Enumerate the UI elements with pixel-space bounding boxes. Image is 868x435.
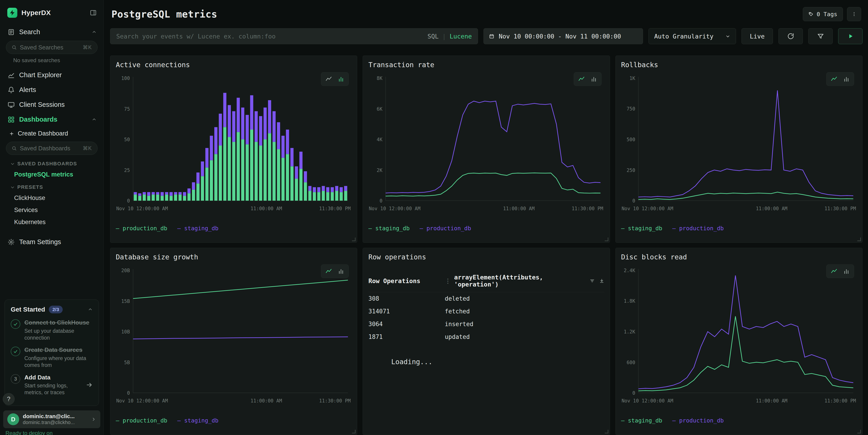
column-resize-handle[interactable]: ⋮	[445, 277, 451, 285]
panel-resize-handle[interactable]	[857, 430, 861, 433]
legend-item-staging_db[interactable]: — staging_db	[621, 417, 662, 424]
cell-operation: inserted	[445, 321, 604, 328]
saved-searches-input[interactable]	[20, 44, 80, 51]
sidebar-item-alerts[interactable]: Alerts	[0, 82, 103, 97]
chart-legend: — staging_db— production_db	[621, 225, 857, 232]
dashboard-grid: Active connections 0255075100Nov 10 12:0…	[110, 56, 863, 435]
chart-canvas[interactable]: 02K4K6K8KNov 10 12:00:00 AM11:00:00 AM11…	[368, 73, 604, 214]
chart-canvas[interactable]: 0255075100Nov 10 12:00:00 AM11:00:00 AM1…	[116, 73, 351, 214]
refresh-button[interactable]	[778, 28, 803, 44]
table-row[interactable]: 314071fetched	[368, 305, 604, 318]
sidebar-item-client-sessions[interactable]: Client Sessions	[0, 97, 103, 112]
saved-searches-search[interactable]: ⌘K	[6, 41, 98, 54]
bar-chart-toggle-button[interactable]	[336, 267, 346, 275]
time-range-picker[interactable]	[484, 28, 643, 44]
sort-filter-icon[interactable]	[590, 278, 595, 283]
chart-canvas[interactable]: 02505007501KNov 10 12:00:00 AM11:00:00 A…	[621, 73, 857, 214]
svg-text:0: 0	[632, 198, 635, 204]
legend-item-staging_db[interactable]: — staging_db	[177, 225, 219, 232]
bar-chart-toggle-button[interactable]	[336, 75, 346, 83]
chevron-up-icon[interactable]	[88, 307, 93, 312]
download-icon[interactable]	[599, 278, 604, 283]
search-icon	[11, 45, 17, 50]
presets-group-header[interactable]: PRESETS	[0, 180, 103, 192]
svg-text:11:30:00 PM: 11:30:00 PM	[825, 206, 856, 211]
legend-item-production_db[interactable]: — production_db	[672, 225, 724, 232]
legend-item-production_db[interactable]: — production_db	[116, 417, 167, 424]
legend-item-staging_db[interactable]: — staging_db	[368, 225, 410, 232]
create-dashboard-button[interactable]: Create Dashboard	[0, 127, 103, 140]
line-chart-toggle-button[interactable]	[829, 75, 839, 83]
legend-item-staging_db[interactable]: — staging_db	[177, 417, 219, 424]
sidebar-collapse-button[interactable]	[90, 9, 97, 16]
user-account-menu[interactable]: D dominic.tran@clic... dominic.tran@clic…	[3, 410, 100, 428]
panel-rollbacks: Rollbacks 02505007501KNov 10 12:00:00 AM…	[615, 56, 863, 243]
sidebar-item-chart-explorer[interactable]: Chart Explorer	[0, 68, 103, 82]
time-range-input[interactable]	[499, 33, 637, 40]
saved-dashboards-group-header[interactable]: SAVED DASHBOARDS	[0, 157, 103, 169]
event-search-box[interactable]: SQL | Lucene	[110, 28, 478, 44]
panel-resize-handle[interactable]	[605, 238, 609, 241]
line-chart-toggle-button[interactable]	[323, 75, 334, 83]
get-started-step-sources[interactable]: Create Data Sources Configure where your…	[11, 346, 93, 368]
chart-type-toggle	[574, 72, 601, 86]
panel-resize-handle[interactable]	[352, 238, 355, 241]
filter-button[interactable]	[808, 28, 833, 44]
panel-resize-handle[interactable]	[605, 430, 609, 433]
step-subtitle: Start sending logs, metrics, or traces	[24, 382, 82, 396]
sidebar-preset-services[interactable]: Services	[0, 204, 103, 216]
panel-resize-handle[interactable]	[857, 238, 861, 241]
cell-operation: deleted	[445, 295, 604, 302]
line-chart-toggle-button[interactable]	[323, 267, 334, 275]
panel-resize-handle[interactable]	[352, 430, 355, 433]
saved-dashboards-input[interactable]	[20, 145, 80, 152]
legend-item-production_db[interactable]: — production_db	[116, 225, 167, 232]
legend-item-production_db[interactable]: — production_db	[420, 225, 471, 232]
event-search-input[interactable]	[116, 33, 423, 40]
table-row[interactable]: 308deleted	[368, 292, 604, 305]
svg-text:4K: 4K	[377, 137, 383, 142]
live-button[interactable]: Live	[742, 28, 773, 44]
line-chart-toggle-button[interactable]	[829, 267, 839, 275]
sidebar-item-dashboards[interactable]: Dashboards	[0, 112, 103, 127]
svg-text:8K: 8K	[377, 76, 383, 81]
tags-button-label: 0 Tags	[817, 11, 837, 18]
step-subtitle: Configure where your data comes from	[24, 355, 93, 369]
help-button[interactable]: ?	[3, 393, 14, 405]
sidebar-item-search[interactable]: Search	[0, 25, 103, 39]
cell-operation: fetched	[445, 308, 604, 315]
bar-chart-toggle-button[interactable]	[589, 75, 599, 83]
check-circle-icon	[11, 347, 20, 356]
sql-toggle[interactable]: SQL	[427, 33, 439, 40]
step-subtitle: Set up your database connection	[24, 328, 93, 341]
page-title: PostgreSQL metrics	[112, 9, 217, 20]
lucene-toggle[interactable]: Lucene	[450, 33, 472, 40]
saved-dashboards-search[interactable]: ⌘K	[6, 142, 98, 155]
panel-title: Rollbacks	[621, 61, 857, 69]
tags-button[interactable]: 0 Tags	[803, 7, 843, 21]
svg-text:1K: 1K	[629, 76, 635, 81]
chevron-up-icon[interactable]	[92, 30, 97, 35]
legend-item-production_db[interactable]: — production_db	[672, 417, 724, 424]
table-row[interactable]: 3064inserted	[368, 318, 604, 331]
line-chart-toggle-button[interactable]	[576, 75, 587, 83]
dashboard-menu-button[interactable]	[847, 7, 861, 21]
chart-canvas[interactable]: 05B10B15B20BNov 10 12:00:00 AM11:00:00 A…	[116, 265, 351, 406]
sidebar-preset-clickhouse[interactable]: ClickHouse	[0, 192, 103, 204]
run-query-button[interactable]	[838, 28, 863, 44]
bar-chart-toggle-button[interactable]	[841, 75, 851, 83]
sidebar-item-team-settings[interactable]: Team Settings	[0, 235, 103, 249]
chevron-up-icon[interactable]	[92, 117, 97, 122]
get-started-step-connect[interactable]: Connect to ClickHouse Set up your databa…	[11, 319, 93, 341]
sidebar-dashboard-postgresql-metrics[interactable]: PostgreSQL metrics	[0, 169, 103, 180]
granularity-select[interactable]: Auto Granularity	[649, 28, 736, 44]
table-row[interactable]: 1871updated	[368, 331, 604, 343]
chart-canvas[interactable]: 06001.2K1.8K2.4KNov 10 12:00:00 AM11:00:…	[621, 265, 857, 406]
sidebar-preset-kubernetes[interactable]: Kubernetes	[0, 216, 103, 228]
bar-chart-icon	[338, 268, 344, 275]
get-started-step-add-data[interactable]: 3 Add Data Start sending logs, metrics, …	[11, 374, 93, 396]
bar-chart-toggle-button[interactable]	[841, 267, 851, 275]
legend-item-staging_db[interactable]: — staging_db	[621, 225, 662, 232]
svg-text:11:30:00 PM: 11:30:00 PM	[319, 206, 350, 211]
hyperdx-logo-icon	[7, 8, 17, 18]
